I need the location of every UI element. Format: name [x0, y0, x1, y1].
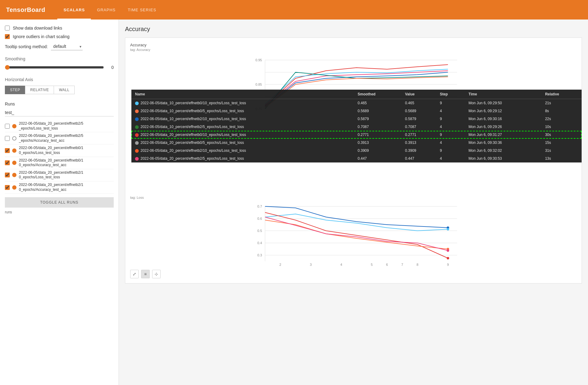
tooltip-row: 2022-06-05/data_20_percent/effnetb2/5_ep…: [131, 155, 582, 162]
tooltip-cell-relative: 31s: [541, 147, 582, 155]
tooltip-cell-relative: 15s: [541, 139, 582, 147]
tooltip-cell-name: 2022-06-05/data_20_percent/effnetb0/10_e…: [131, 131, 354, 139]
svg-text:5: 5: [371, 263, 372, 266]
main-container: Show data download links Ignore outliers…: [0, 20, 588, 385]
data-view-button[interactable]: ≡: [141, 270, 150, 278]
run-label: 2022-06-05/data_20_percent/effnetb0/10_e…: [19, 146, 83, 155]
ignore-outliers-label: Ignore outliers in chart scaling: [13, 34, 69, 39]
tooltip-sort-select-wrapper: default ascending descending nearest ▾: [51, 43, 83, 50]
tooltip-cell-value: 0.5879: [401, 115, 436, 123]
tooltip-cell-name: 2022-06-05/data_10_percent/effnetb0/5_ep…: [131, 107, 354, 115]
run-dot: [12, 185, 16, 190]
svg-text:0.95: 0.95: [255, 58, 262, 62]
sidebar: Show data download links Ignore outliers…: [0, 20, 119, 385]
tooltip-cell-name: 2022-06-05/data_20_percent/effnetb2/5_ep…: [131, 155, 354, 162]
tooltip-cell-name: 2022-06-05/data_20_percent/effnetb0/5_ep…: [131, 139, 354, 147]
tooltip-color-dot: [135, 117, 139, 121]
tooltip-cell-time: Mon Jun 6, 09:29:12: [465, 107, 541, 115]
ignore-outliers-checkbox[interactable]: [5, 34, 10, 39]
svg-text:0.85: 0.85: [255, 83, 262, 86]
svg-text:0.3: 0.3: [257, 253, 262, 257]
tooltip-row: 2022-06-05/data_10_percent/effnetb2/10_e…: [131, 115, 582, 123]
run-label: 2022-06-05/data_20_percent/effnetb2/5_ep…: [19, 121, 83, 131]
svg-text:8: 8: [416, 263, 418, 266]
tooltip-color-dot: [135, 133, 139, 137]
tooltip-cell-value: 0.3913: [401, 139, 436, 147]
smoothing-slider[interactable]: [5, 65, 104, 70]
tooltip-row: 2022-06-05/data_20_percent/effnetb0/10_e…: [131, 131, 582, 139]
svg-text:9: 9: [447, 263, 449, 266]
header: TensorBoard SCALARS GRAPHS TIME SERIES: [0, 0, 588, 20]
svg-text:0.6: 0.6: [257, 217, 262, 220]
tooltip-sort-select[interactable]: default ascending descending nearest: [51, 43, 83, 50]
tooltip-sort-row: Tooltip sorting method: default ascendin…: [5, 43, 114, 50]
tooltip-row: 2022-06-05/data_10_percent/effnetb0/10_e…: [131, 99, 582, 107]
tab-scalars[interactable]: SCALARS: [57, 0, 91, 20]
tooltip-cell-value: 0.5689: [401, 107, 436, 115]
tooltip-cell-name: 2022-06-05/data_10_percent/effnetb0/10_e…: [131, 99, 354, 107]
horizontal-axis-section: Horizontal Axis STEP RELATIVE WALL: [5, 77, 114, 94]
tooltip-col-time: Time: [465, 90, 541, 99]
tooltip-cell-time: Mon Jun 6, 09:32:02: [465, 147, 541, 155]
tooltip-cell-value: 0.2771: [401, 131, 436, 139]
smoothing-row: 0: [5, 65, 114, 70]
tab-graphs[interactable]: GRAPHS: [91, 0, 122, 20]
tooltip-cell-value: 0.3909: [401, 147, 436, 155]
run-dot: [12, 148, 16, 153]
toggle-all-runs-button[interactable]: TOGGLE ALL RUNS: [5, 197, 114, 208]
tooltip-color-dot: [135, 125, 139, 129]
tooltip-cell-step: 4: [436, 107, 465, 115]
tooltip-col-smoothed: Smoothed: [354, 90, 401, 99]
tooltip-color-dot: [135, 157, 139, 161]
tooltip-cell-smoothed: 0.465: [354, 99, 401, 107]
runs-section: Runs 2022-06-05/data_20_percent/effnetb2…: [5, 102, 114, 214]
tooltip-cell-relative: 8s: [541, 107, 582, 115]
tooltip-cell-smoothed: 0.5689: [354, 107, 401, 115]
axis-btn-relative[interactable]: RELATIVE: [25, 86, 54, 94]
run-checkbox[interactable]: [5, 148, 10, 153]
list-item: 2022-06-05/data_20_percent/effnetb0/10_e…: [5, 157, 114, 169]
run-label: 2022-06-05/data_20_percent/effnetb2/10_e…: [19, 183, 83, 192]
axis-btn-wall[interactable]: WALL: [54, 86, 74, 94]
svg-text:7: 7: [401, 263, 403, 266]
tooltip-cell-value: 0.465: [401, 99, 436, 107]
run-checkbox[interactable]: [5, 185, 10, 190]
svg-point-32: [447, 249, 449, 252]
show-data-links-label: Show data download links: [13, 26, 62, 30]
tab-time-series[interactable]: TIME SERIES: [122, 0, 162, 20]
axis-btn-step[interactable]: STEP: [5, 86, 25, 94]
tooltip-cell-relative: 10s: [541, 123, 582, 131]
run-dot: [12, 161, 16, 165]
crosshair-button[interactable]: ⊹: [152, 270, 161, 278]
tooltip-color-dot: [135, 141, 139, 145]
tooltip-row: 2022-06-05/data_10_percent/effnetb2/5_ep…: [131, 123, 582, 131]
tooltip-col-value: Value: [401, 90, 436, 99]
run-checkbox[interactable]: [5, 136, 10, 141]
show-data-links-checkbox[interactable]: [5, 26, 10, 30]
tooltip-cell-smoothed: 0.3913: [354, 139, 401, 147]
tooltip-cell-name: 2022-06-05/data_10_percent/effnetb2/5_ep…: [131, 123, 354, 131]
runs-filter-input[interactable]: [5, 109, 114, 116]
expand-chart-button[interactable]: ⤢: [130, 270, 139, 278]
tooltip-cell-time: Mon Jun 6, 09:31:27: [465, 131, 541, 139]
svg-point-30: [447, 257, 449, 259]
content-title: Accuracy: [125, 26, 582, 33]
svg-text:0.5: 0.5: [257, 229, 262, 233]
run-checkbox[interactable]: [5, 173, 10, 177]
tooltip-col-name: Name: [131, 90, 354, 99]
run-label: 2022-06-05/data_20_percent/effnetb0/10_e…: [19, 158, 83, 168]
tooltip-sort-label: Tooltip sorting method:: [5, 44, 48, 49]
tooltip-cell-time: Mon Jun 6, 09:30:36: [465, 139, 541, 147]
run-checkbox[interactable]: [5, 160, 10, 165]
tooltip-cell-time: Mon Jun 6, 09:30:16: [465, 115, 541, 123]
tooltip-cell-relative: 13s: [541, 155, 582, 162]
loss-chart-svg: 0.7 0.6 0.5 0.4 0.3 2 3 4 5 6 7 8 9: [130, 200, 577, 267]
tooltip-row: 2022-06-05/data_20_percent/effnetb2/10_e…: [131, 147, 582, 155]
tooltip-cell-smoothed: 0.3909: [354, 147, 401, 155]
run-checkbox[interactable]: [5, 124, 10, 129]
svg-text:4: 4: [340, 263, 342, 266]
svg-text:3: 3: [310, 263, 312, 266]
loss-tag: tag: Loss: [130, 195, 577, 200]
tooltip-cell-step: 4: [436, 123, 465, 131]
tooltip-color-dot: [135, 109, 139, 113]
